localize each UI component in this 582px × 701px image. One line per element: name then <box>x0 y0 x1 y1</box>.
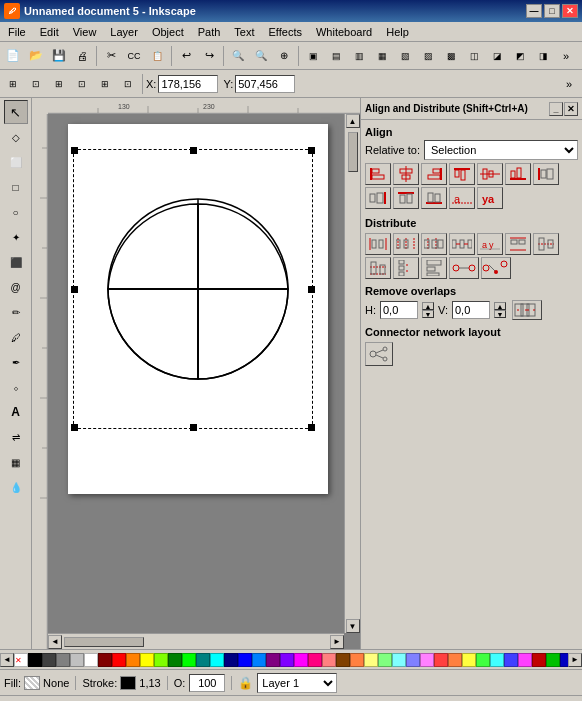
menu-layer[interactable]: Layer <box>104 24 144 40</box>
v-spin-up[interactable]: ▲ <box>494 302 506 310</box>
swatch-lt-blue[interactable] <box>406 653 420 667</box>
dist-equal-v[interactable] <box>393 257 419 279</box>
canvas-wrapper[interactable]: 130 230 <box>32 98 360 649</box>
dist-baseline[interactable]: ay <box>477 233 503 255</box>
swatch-gray3[interactable] <box>70 653 84 667</box>
scroll-thumb-h[interactable] <box>64 637 144 647</box>
swatch-green[interactable] <box>182 653 196 667</box>
dist-center-h[interactable] <box>393 233 419 255</box>
dist-node1[interactable] <box>449 257 479 279</box>
pen-tool[interactable]: 🖊 <box>4 325 28 349</box>
swatch-teal[interactable] <box>196 653 210 667</box>
star-tool[interactable]: ✦ <box>4 225 28 249</box>
snap-btn-3[interactable]: ⊞ <box>48 73 70 95</box>
align-exchange[interactable]: ya <box>477 187 503 209</box>
swatch-green-dark[interactable] <box>168 653 182 667</box>
align-text-baseline[interactable]: a <box>449 187 475 209</box>
snap-btn-4[interactable]: ⊡ <box>71 73 93 95</box>
new-button[interactable]: 📄 <box>2 45 24 67</box>
align-bottom-edge[interactable] <box>505 163 531 185</box>
align-top-edge[interactable] <box>449 163 475 185</box>
tool-btn-1[interactable]: ▣ <box>302 45 324 67</box>
swatch-cyan2[interactable] <box>490 653 504 667</box>
dist-right[interactable] <box>421 233 447 255</box>
zoom-tool[interactable]: ⬜ <box>4 150 28 174</box>
h-spin-up[interactable]: ▲ <box>422 302 434 310</box>
menu-effects[interactable]: Effects <box>263 24 308 40</box>
ellipse-tool[interactable]: ○ <box>4 200 28 224</box>
swatch-orange2[interactable] <box>448 653 462 667</box>
swatch-yellow2[interactable] <box>462 653 476 667</box>
h-spin-down[interactable]: ▼ <box>422 310 434 318</box>
text-tool[interactable]: A <box>4 400 28 424</box>
swatch-cyan[interactable] <box>210 653 224 667</box>
align-left-edge[interactable] <box>365 163 391 185</box>
menu-path[interactable]: Path <box>192 24 227 40</box>
tool-btn-11[interactable]: ◨ <box>532 45 554 67</box>
v-spin-down[interactable]: ▼ <box>494 310 506 318</box>
fill-color-box[interactable] <box>24 676 40 690</box>
zoom-out-button[interactable]: 🔍 <box>250 45 272 67</box>
panel-close[interactable]: ✕ <box>564 102 578 116</box>
align-center-h[interactable] <box>393 163 419 185</box>
h-spinner[interactable]: ▲ ▼ <box>422 302 434 318</box>
swatch-red3[interactable] <box>532 653 546 667</box>
zoom-in-button[interactable]: 🔍 <box>227 45 249 67</box>
print-button[interactable]: 🖨 <box>71 45 93 67</box>
palette-scroll-left[interactable]: ◄ <box>0 653 14 667</box>
menu-whiteboard[interactable]: Whiteboard <box>310 24 378 40</box>
paint-bucket-tool[interactable]: ⬦ <box>4 375 28 399</box>
maximize-button[interactable]: □ <box>544 4 560 18</box>
paste-button[interactable]: 📋 <box>146 45 168 67</box>
swatch-lt-green[interactable] <box>378 653 392 667</box>
tool-btn-10[interactable]: ◩ <box>509 45 531 67</box>
swatch-lt-yellow[interactable] <box>364 653 378 667</box>
swatch-none[interactable]: ✕ <box>14 653 28 667</box>
swatch-blue[interactable] <box>238 653 252 667</box>
align-right-edge[interactable] <box>421 163 447 185</box>
align-extra-4[interactable] <box>421 187 447 209</box>
connector-layout-btn[interactable] <box>365 342 393 366</box>
rect-tool[interactable]: □ <box>4 175 28 199</box>
swatch-blue2[interactable] <box>504 653 518 667</box>
minimize-button[interactable]: — <box>526 4 542 18</box>
snap-btn-6[interactable]: ⊡ <box>117 73 139 95</box>
tool-btn-8[interactable]: ◫ <box>463 45 485 67</box>
menu-edit[interactable]: Edit <box>34 24 65 40</box>
tool-btn-3[interactable]: ▥ <box>348 45 370 67</box>
swatch-red-dark[interactable] <box>98 653 112 667</box>
align-extra-3[interactable] <box>393 187 419 209</box>
scrollbar-vertical[interactable]: ▲ ▼ <box>344 114 360 633</box>
swatch-yellow-green[interactable] <box>154 653 168 667</box>
snap-btn-5[interactable]: ⊞ <box>94 73 116 95</box>
swatch-orange[interactable] <box>126 653 140 667</box>
swatch-magenta[interactable] <box>294 653 308 667</box>
3d-tool[interactable]: ⬛ <box>4 250 28 274</box>
swatch-purple[interactable] <box>266 653 280 667</box>
scroll-thumb-v[interactable] <box>348 132 358 172</box>
gradient-tool[interactable]: ▦ <box>4 450 28 474</box>
swatch-brown[interactable] <box>336 653 350 667</box>
redo-button[interactable]: ↪ <box>198 45 220 67</box>
swatch-green2[interactable] <box>476 653 490 667</box>
swatch-violet[interactable] <box>280 653 294 667</box>
close-button[interactable]: ✕ <box>562 4 578 18</box>
canvas-inner[interactable] <box>48 114 344 633</box>
node-tool[interactable]: ◇ <box>4 125 28 149</box>
snap-btn-1[interactable]: ⊞ <box>2 73 24 95</box>
spiral-tool[interactable]: @ <box>4 275 28 299</box>
swatch-pink[interactable] <box>308 653 322 667</box>
swatch-salmon[interactable] <box>322 653 336 667</box>
tool-btn-7[interactable]: ▩ <box>440 45 462 67</box>
swatch-lt-purple[interactable] <box>420 653 434 667</box>
palette-scroll-right[interactable]: ► <box>568 653 582 667</box>
scroll-left-button[interactable]: ◄ <box>48 635 62 649</box>
dist-extra-v[interactable] <box>421 257 447 279</box>
snap-btn-2[interactable]: ⊡ <box>25 73 47 95</box>
tool-btn-4[interactable]: ▦ <box>371 45 393 67</box>
tool-btn-6[interactable]: ▨ <box>417 45 439 67</box>
swatch-blue3[interactable] <box>560 653 568 667</box>
dist-node2[interactable] <box>481 257 511 279</box>
tool-btn-5[interactable]: ▧ <box>394 45 416 67</box>
x-input[interactable] <box>158 75 218 93</box>
